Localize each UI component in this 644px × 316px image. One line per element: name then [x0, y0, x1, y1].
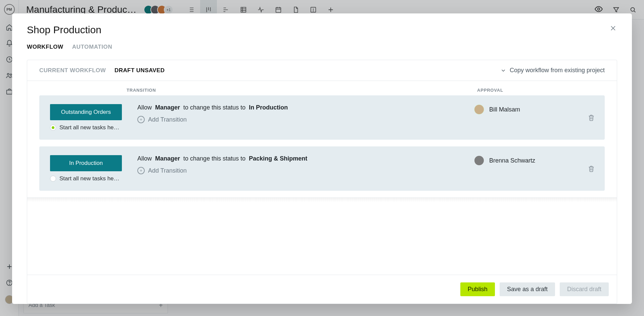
- start-here-label: Start all new tasks he…: [59, 124, 120, 131]
- avatar: [474, 155, 485, 166]
- column-headers: TRANSITION APPROVAL: [39, 88, 605, 95]
- publish-button[interactable]: Publish: [460, 282, 495, 296]
- transition-rule[interactable]: Allow Manager to change this status to I…: [137, 104, 474, 111]
- add-transition-button[interactable]: Add Transition: [137, 116, 474, 123]
- panel-footer: Publish Save as a draft Discard draft: [27, 275, 617, 304]
- workflow-row: Outstanding Orders Start all new tasks h…: [39, 95, 605, 140]
- chevron-down-icon: [500, 67, 506, 74]
- tab-automation[interactable]: AUTOMATION: [72, 44, 112, 50]
- approver[interactable]: Brenna Schwartz: [474, 155, 581, 166]
- scroll-shadow: [27, 197, 617, 202]
- transition-rule[interactable]: Allow Manager to change this status to P…: [137, 155, 474, 162]
- modal-tabs: WORKFLOW AUTOMATION: [27, 44, 617, 50]
- tab-workflow[interactable]: WORKFLOW: [27, 44, 63, 50]
- plus-circle-icon: [137, 116, 145, 123]
- discard-draft-button[interactable]: Discard draft: [560, 282, 609, 296]
- start-here-option[interactable]: Start all new tasks he…: [50, 124, 137, 131]
- add-transition-label: Add Transition: [148, 167, 187, 174]
- add-transition-button[interactable]: Add Transition: [137, 167, 474, 174]
- add-transition-label: Add Transition: [148, 116, 187, 123]
- workflow-row: In Production Start all new tasks he… Al…: [39, 146, 605, 191]
- workflow-modal: Shop Production WORKFLOW AUTOMATION CURR…: [12, 13, 632, 304]
- status-chip[interactable]: Outstanding Orders: [50, 104, 122, 120]
- delete-row-button[interactable]: [581, 165, 601, 172]
- copy-workflow-label: Copy workflow from existing project: [510, 67, 605, 74]
- panel-header: CURRENT WORKFLOW DRAFT UNSAVED Copy work…: [27, 60, 617, 81]
- plus-circle-icon: [137, 167, 145, 174]
- segment-draft-unsaved[interactable]: DRAFT UNSAVED: [114, 67, 165, 74]
- approver-name: Brenna Schwartz: [489, 157, 535, 164]
- start-here-option[interactable]: Start all new tasks he…: [50, 175, 137, 182]
- save-draft-button[interactable]: Save as a draft: [500, 282, 555, 296]
- status-chip[interactable]: In Production: [50, 155, 122, 171]
- segment-current-workflow[interactable]: CURRENT WORKFLOW: [39, 67, 106, 74]
- close-icon[interactable]: [609, 24, 617, 32]
- radio-icon: [50, 125, 56, 131]
- approver-name: Bill Malsam: [489, 106, 520, 113]
- delete-row-button[interactable]: [581, 114, 601, 121]
- start-here-label: Start all new tasks he…: [59, 175, 120, 182]
- copy-workflow-link[interactable]: Copy workflow from existing project: [500, 67, 605, 74]
- avatar: [474, 104, 485, 115]
- modal-title: Shop Production: [27, 24, 101, 36]
- radio-icon: [50, 176, 56, 182]
- column-approval: APPROVAL: [477, 88, 585, 93]
- workflow-panel: CURRENT WORKFLOW DRAFT UNSAVED Copy work…: [27, 60, 617, 304]
- column-transition: TRANSITION: [127, 88, 477, 93]
- approver[interactable]: Bill Malsam: [474, 104, 581, 115]
